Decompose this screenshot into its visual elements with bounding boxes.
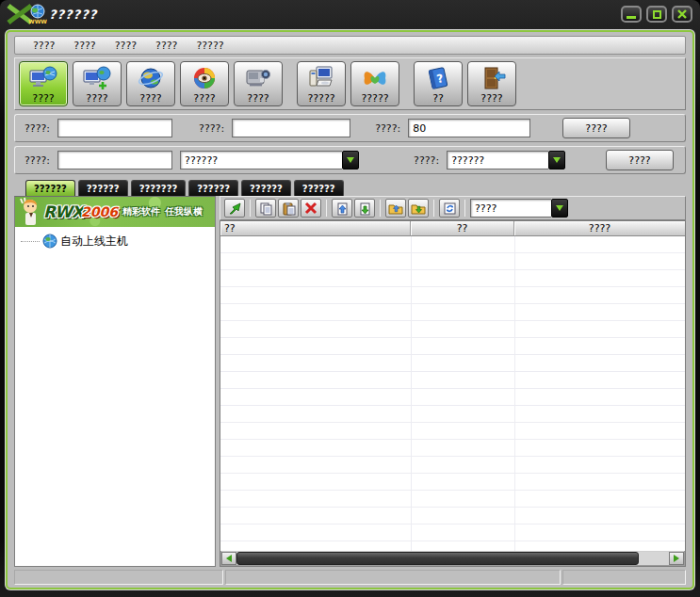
- tab-4[interactable]: ??????: [188, 180, 238, 196]
- menu-item-3[interactable]: ????: [106, 39, 145, 53]
- ad-banner[interactable]: RWX 2006 精彩软件 任我纵横: [15, 197, 215, 227]
- combobox-dropdown-button[interactable]: [551, 199, 568, 218]
- run-arrow-icon: [228, 202, 242, 216]
- banner-slogan-left: 精彩软件: [122, 205, 160, 218]
- menu-item-4[interactable]: ????: [147, 39, 186, 53]
- tab-5[interactable]: ??????: [241, 180, 291, 196]
- upload-folder-button[interactable]: [385, 199, 406, 218]
- scrollbar-thumb[interactable]: [236, 552, 639, 565]
- toolbar-button-connect[interactable]: ????: [19, 61, 68, 106]
- apply-button[interactable]: ????: [606, 150, 674, 170]
- list-toolbar: ????: [220, 196, 686, 220]
- toolbar-button-label: ????: [139, 92, 161, 105]
- chevron-down-icon: [556, 205, 563, 211]
- type-combobox[interactable]: ??????: [180, 151, 359, 169]
- help-book-icon: ?: [424, 64, 452, 92]
- minimize-button[interactable]: [621, 6, 642, 23]
- delete-x-icon: [304, 202, 317, 215]
- toolbar-button-camera[interactable]: ????: [234, 61, 283, 106]
- window-title: ??????: [49, 8, 97, 22]
- toolbar-button-add-host[interactable]: ????: [73, 61, 122, 106]
- titlebar[interactable]: WWW ??????: [0, 0, 700, 28]
- list-body[interactable]: [220, 236, 685, 551]
- app-window: WWW ?????? ???? ???? ???? ???? ?????: [0, 0, 700, 597]
- host-input[interactable]: [57, 119, 172, 137]
- folder-download-icon: [411, 202, 426, 216]
- tree-item-auto-online-host[interactable]: 自动上线主机: [15, 233, 215, 250]
- execute-button[interactable]: [224, 199, 245, 218]
- menu-item-1[interactable]: ????: [24, 39, 63, 53]
- tab-3[interactable]: ???????: [131, 180, 187, 196]
- video-camera-icon: [244, 64, 272, 92]
- tab-2[interactable]: ??????: [78, 180, 128, 196]
- name-input[interactable]: [57, 151, 172, 169]
- scroll-right-button[interactable]: [669, 552, 684, 565]
- field-label: ????:: [199, 122, 224, 135]
- add-host-icon: [83, 64, 111, 92]
- combobox-dropdown-button[interactable]: [342, 151, 359, 169]
- chevron-down-icon: [347, 157, 354, 163]
- internet-icon: [137, 64, 165, 92]
- scroll-left-button[interactable]: [221, 552, 236, 565]
- toolbar-button-help[interactable]: ? ??: [414, 61, 463, 106]
- field-label: ????:: [375, 122, 400, 135]
- horizontal-scrollbar[interactable]: [220, 551, 685, 566]
- combobox-dropdown-button[interactable]: [548, 151, 565, 169]
- delete-button[interactable]: [301, 199, 321, 218]
- paste-button[interactable]: [278, 199, 299, 218]
- folder-upload-icon: [388, 202, 403, 216]
- combobox-value: ??????: [447, 151, 548, 169]
- banner-logo-year: 2006: [81, 204, 118, 219]
- download-folder-button[interactable]: [408, 199, 429, 218]
- toolbar-button-view[interactable]: ????: [180, 61, 229, 106]
- column-divider: [411, 236, 412, 551]
- field-label: ????:: [24, 122, 50, 135]
- file-upload-icon: [335, 202, 350, 216]
- status-cell-2: [225, 570, 561, 585]
- column-header-name[interactable]: ??: [220, 221, 411, 236]
- menu-item-5[interactable]: ?????: [187, 39, 232, 53]
- view-combobox[interactable]: ????: [470, 199, 568, 218]
- host-tree: 自动上线主机: [15, 227, 215, 566]
- column-header-size[interactable]: ??: [411, 221, 514, 236]
- toolbar-button-label: ?????: [307, 92, 334, 105]
- copy-button[interactable]: [255, 199, 276, 218]
- toolbar-button-label: ????: [193, 92, 215, 105]
- statusbar: [14, 570, 686, 585]
- tab-6[interactable]: ??????: [294, 180, 344, 196]
- port-input[interactable]: [408, 119, 530, 137]
- window-body-frame: ???? ???? ???? ???? ????? ???? ????: [5, 29, 695, 590]
- toolbar-separator: [250, 200, 251, 217]
- toolbar-separator: [433, 200, 434, 217]
- maximize-button[interactable]: [646, 6, 667, 23]
- file-download-icon: [358, 202, 372, 216]
- connect-icon: [29, 64, 57, 92]
- toolbar-button-exit[interactable]: ????: [467, 61, 516, 106]
- banner-slogan-right: 任我纵横: [165, 205, 203, 218]
- menu-item-2[interactable]: ????: [65, 39, 104, 53]
- copy-icon: [259, 202, 273, 216]
- toolbar-separator: [380, 200, 381, 217]
- toolbar-button-internet[interactable]: ????: [126, 61, 175, 106]
- toolbar-separator: [464, 200, 465, 217]
- connect-button[interactable]: ????: [562, 118, 630, 138]
- chevron-down-icon: [553, 157, 561, 163]
- toolbar-button-install[interactable]: ?????: [297, 61, 346, 106]
- toolbar-button-label: ?????: [361, 92, 388, 105]
- column-header-type[interactable]: ????: [514, 221, 685, 236]
- view-eye-icon: [190, 64, 219, 92]
- main-toolbar: ???? ???? ???? ????: [14, 57, 686, 110]
- scrollbar-track[interactable]: [236, 552, 669, 565]
- download-file-button[interactable]: [354, 199, 375, 218]
- tab-1[interactable]: ??????: [25, 180, 75, 196]
- address-input[interactable]: [232, 119, 350, 137]
- refresh-button[interactable]: [439, 199, 460, 218]
- option-combobox[interactable]: ??????: [447, 151, 565, 169]
- toolbar-button-msn[interactable]: ?????: [350, 61, 399, 106]
- upload-file-button[interactable]: [332, 199, 352, 218]
- list-header: ?? ?? ????: [220, 221, 685, 236]
- globe-www-icon: WWW: [28, 4, 47, 24]
- triangle-left-icon: [226, 555, 232, 562]
- combobox-value: ????: [470, 199, 551, 218]
- close-button[interactable]: [672, 6, 692, 23]
